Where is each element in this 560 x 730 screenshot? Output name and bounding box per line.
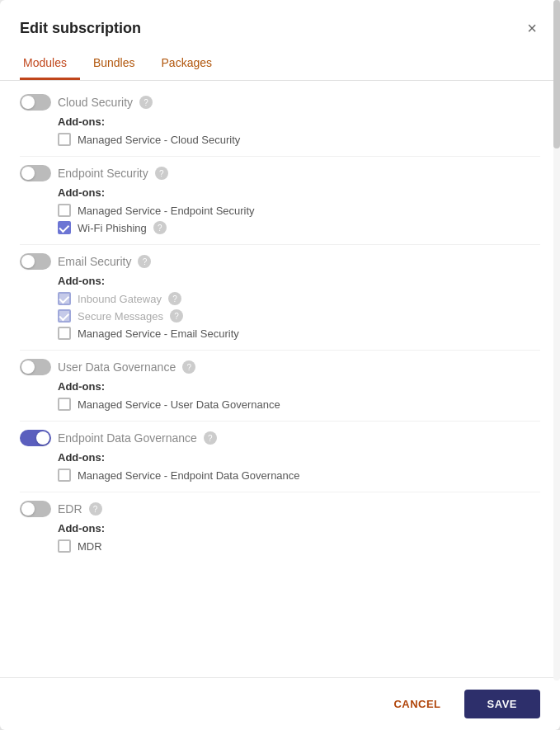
dialog-header: Edit subscription × [0, 0, 560, 40]
addon-ms-cloud-label: Managed Service - Cloud Security [78, 134, 240, 146]
toggle-endpoint-security[interactable] [20, 165, 51, 181]
divider-4 [20, 421, 540, 422]
module-user-data-governance-header: User Data Governance ? [20, 359, 540, 375]
addons-label-endpoint-data-governance: Add-ons: [58, 451, 540, 464]
addon-ms-email: Managed Service - Email Security [58, 327, 540, 340]
dialog-body: Cloud Security ? Add-ons: Managed Servic… [0, 81, 560, 677]
addons-label-edr: Add-ons: [58, 522, 540, 535]
help-icon-edr[interactable]: ? [89, 502, 102, 516]
addon-ms-edg: Managed Service - Endpoint Data Governan… [58, 469, 540, 482]
checkbox-secure-messages [58, 309, 71, 323]
addons-label-endpoint-security: Add-ons: [58, 186, 540, 199]
tab-packages[interactable]: Packages [158, 49, 225, 80]
module-endpoint-security-header: Endpoint Security ? [20, 165, 540, 181]
edit-subscription-dialog: Edit subscription × Modules Bundles Pack… [0, 0, 560, 730]
dialog-footer: CANCEL SAVE [0, 677, 560, 730]
checkbox-ms-cloud[interactable] [58, 133, 71, 146]
help-icon-email-security[interactable]: ? [138, 255, 151, 268]
module-endpoint-security-name: Endpoint Security [58, 167, 148, 180]
module-user-data-governance-name: User Data Governance [58, 360, 176, 374]
toggle-user-data-governance[interactable] [20, 359, 51, 375]
module-email-security-name: Email Security [58, 255, 131, 268]
addon-ms-udg-label: Managed Service - User Data Governance [78, 398, 280, 411]
module-endpoint-data-governance-name: Endpoint Data Governance [58, 431, 197, 445]
help-icon-cloud-security[interactable]: ? [139, 96, 153, 109]
checkbox-inbound-gateway [58, 292, 71, 305]
addons-label-email-security: Add-ons: [58, 275, 540, 287]
checkbox-ms-email[interactable] [58, 327, 71, 340]
toggle-email-security[interactable] [20, 253, 51, 270]
module-email-security-header: Email Security ? [20, 253, 540, 270]
checkbox-ms-udg[interactable] [58, 398, 71, 411]
addon-inbound-gateway-label: Inbound Gateway [78, 293, 162, 305]
module-edr-name: EDR [58, 502, 82, 516]
tab-bundles[interactable]: Bundles [90, 49, 148, 80]
divider-3 [20, 350, 540, 351]
module-cloud-security: Cloud Security ? Add-ons: Managed Servic… [20, 94, 540, 146]
help-icon-inbound-gateway[interactable]: ? [168, 292, 181, 305]
addon-ms-email-label: Managed Service - Email Security [78, 327, 239, 340]
help-icon-wifi-phishing[interactable]: ? [153, 221, 167, 234]
tab-modules[interactable]: Modules [20, 49, 80, 80]
module-cloud-security-header: Cloud Security ? [20, 94, 540, 111]
module-endpoint-data-governance-header: Endpoint Data Governance ? [20, 430, 540, 446]
module-edr-header: EDR ? [20, 501, 540, 517]
module-edr: EDR ? Add-ons: MDR [20, 501, 540, 553]
scrollbar-track [553, 0, 560, 681]
help-icon-secure-messages[interactable]: ? [170, 309, 183, 323]
divider-5 [20, 492, 540, 492]
checkbox-mdr[interactable] [58, 539, 71, 553]
addons-label-cloud-security: Add-ons: [58, 115, 540, 128]
save-button[interactable]: SAVE [464, 690, 540, 718]
addon-wifi-phishing-label: Wi-Fi Phishing [78, 222, 147, 234]
addons-label-user-data-governance: Add-ons: [58, 380, 540, 393]
addon-secure-messages-label: Secure Messages [78, 310, 163, 323]
toggle-cloud-security[interactable] [20, 94, 51, 111]
cancel-button[interactable]: CANCEL [384, 691, 450, 717]
help-icon-user-data-governance[interactable]: ? [182, 360, 195, 374]
tab-bar: Modules Bundles Packages [0, 40, 560, 81]
module-endpoint-data-governance: Endpoint Data Governance ? Add-ons: Mana… [20, 430, 540, 482]
addon-inbound-gateway: Inbound Gateway ? [58, 292, 540, 305]
addon-ms-endpoint-label: Managed Service - Endpoint Security [78, 205, 255, 217]
addon-mdr-label: MDR [78, 540, 102, 553]
addon-ms-udg: Managed Service - User Data Governance [58, 398, 540, 411]
addon-ms-cloud: Managed Service - Cloud Security [58, 133, 540, 146]
divider-1 [20, 156, 540, 157]
checkbox-ms-endpoint[interactable] [58, 204, 71, 217]
divider-2 [20, 244, 540, 245]
toggle-endpoint-data-governance[interactable] [20, 430, 51, 446]
addon-secure-messages: Secure Messages ? [58, 309, 540, 323]
module-email-security: Email Security ? Add-ons: Inbound Gatewa… [20, 253, 540, 340]
checkbox-ms-edg[interactable] [58, 469, 71, 482]
scrollbar-thumb[interactable] [553, 0, 560, 148]
module-user-data-governance: User Data Governance ? Add-ons: Managed … [20, 359, 540, 411]
addon-mdr: MDR [58, 539, 540, 553]
addon-ms-edg-label: Managed Service - Endpoint Data Governan… [78, 469, 300, 482]
toggle-edr[interactable] [20, 501, 51, 517]
addon-wifi-phishing: Wi-Fi Phishing ? [58, 221, 540, 234]
addon-ms-endpoint: Managed Service - Endpoint Security [58, 204, 540, 217]
dialog-title: Edit subscription [20, 20, 141, 37]
help-icon-endpoint-security[interactable]: ? [155, 167, 168, 180]
module-endpoint-security: Endpoint Security ? Add-ons: Managed Ser… [20, 165, 540, 234]
help-icon-endpoint-data-governance[interactable]: ? [204, 431, 217, 445]
checkbox-wifi-phishing[interactable] [58, 221, 71, 234]
module-cloud-security-name: Cloud Security [58, 96, 133, 109]
close-button[interactable]: × [524, 16, 540, 40]
